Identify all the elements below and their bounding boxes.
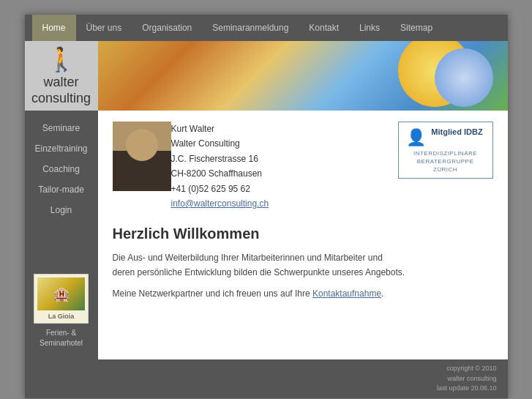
contact-city: CH-8200 Schaffhausen bbox=[171, 166, 387, 181]
nav-item-home[interactable]: Home bbox=[32, 15, 76, 41]
contact-address: J.C. Fischerstrasse 16 bbox=[171, 152, 387, 166]
contact-section: Kurt Walter Walter Consulting J.C. Fisch… bbox=[113, 122, 493, 211]
main-nav: Home Über uns Organisation Seminaranmeld… bbox=[32, 15, 501, 41]
sidebar: Seminare Einzeltraining Coaching Tailor-… bbox=[25, 111, 98, 359]
contact-name: Kurt Walter bbox=[171, 122, 387, 136]
welcome-paragraph1: Die Aus- und Weiterbildung Ihrer Mitarbe… bbox=[113, 251, 493, 279]
page-wrapper: Home Über uns Organisation Seminaranmeld… bbox=[25, 15, 508, 398]
footer: copyright © 2010 walter consulting last … bbox=[25, 359, 508, 398]
main-area: Seminare Einzeltraining Coaching Tailor-… bbox=[25, 111, 508, 359]
contact-link[interactable]: Kontaktaufnahme bbox=[312, 288, 381, 299]
nav-item-links[interactable]: Links bbox=[349, 15, 390, 41]
idbz-badge: 👤 Mitglied IDBZ Interdisziplinäre Berate… bbox=[398, 122, 493, 179]
badge-sub-line3: Beratergruppe bbox=[406, 157, 485, 165]
badge-sub-line4: Zürich bbox=[406, 165, 485, 174]
logo-text: walter consulting bbox=[31, 75, 91, 106]
hotel-caption: Ferien- & Seminarhotel bbox=[37, 328, 86, 348]
sidebar-item-einzeltraining[interactable]: Einzeltraining bbox=[25, 142, 98, 155]
sidebar-item-login[interactable]: Login bbox=[25, 204, 98, 217]
sidebar-item-coaching[interactable]: Coaching bbox=[25, 163, 98, 176]
contact-phone: +41 (0)52 625 95 62 bbox=[171, 182, 387, 196]
welcome-paragraph2: Meine Netzwerkpartner und ich freuen uns… bbox=[113, 287, 493, 301]
logo-icon: 🚶 bbox=[47, 45, 76, 73]
nav-item-kontakt[interactable]: Kontakt bbox=[299, 15, 349, 41]
nav-item-organisation[interactable]: Organisation bbox=[132, 15, 202, 41]
contact-company: Walter Consulting bbox=[171, 136, 387, 151]
header-logo: 🚶 walter consulting bbox=[25, 41, 98, 111]
footer-text: copyright © 2010 walter consulting last … bbox=[36, 364, 497, 394]
contact-photo bbox=[113, 122, 171, 191]
nav-item-sitemap[interactable]: Sitemap bbox=[390, 15, 443, 41]
welcome-heading: Herzlich Willkommen bbox=[113, 225, 493, 242]
sidebar-item-tailor-made[interactable]: Tailor-made bbox=[25, 183, 98, 196]
idbz-icon: 👤 bbox=[406, 127, 426, 149]
sidebar-hotel-image-box: 🏨 La Gioia bbox=[34, 274, 89, 324]
nav-bar: Home Über uns Organisation Seminaranmeld… bbox=[25, 15, 508, 41]
contact-info: Kurt Walter Walter Consulting J.C. Fisch… bbox=[171, 122, 387, 211]
hotel-name-label: La Gioia bbox=[48, 313, 75, 320]
content-area: Kurt Walter Walter Consulting J.C. Fisch… bbox=[98, 111, 508, 359]
nav-item-seminar[interactable]: Seminaranmeldung bbox=[202, 15, 299, 41]
contact-email[interactable]: info@walterconsulting.ch bbox=[171, 198, 269, 209]
welcome-section: Herzlich Willkommen Die Aus- und Weiterb… bbox=[113, 225, 493, 301]
sidebar-item-seminare[interactable]: Seminare bbox=[25, 122, 98, 135]
header-decorative-image bbox=[98, 41, 508, 111]
header: 🚶 walter consulting bbox=[25, 41, 508, 111]
hotel-thumbnail: 🏨 bbox=[37, 277, 85, 310]
nav-item-ueber-uns[interactable]: Über uns bbox=[76, 15, 132, 41]
